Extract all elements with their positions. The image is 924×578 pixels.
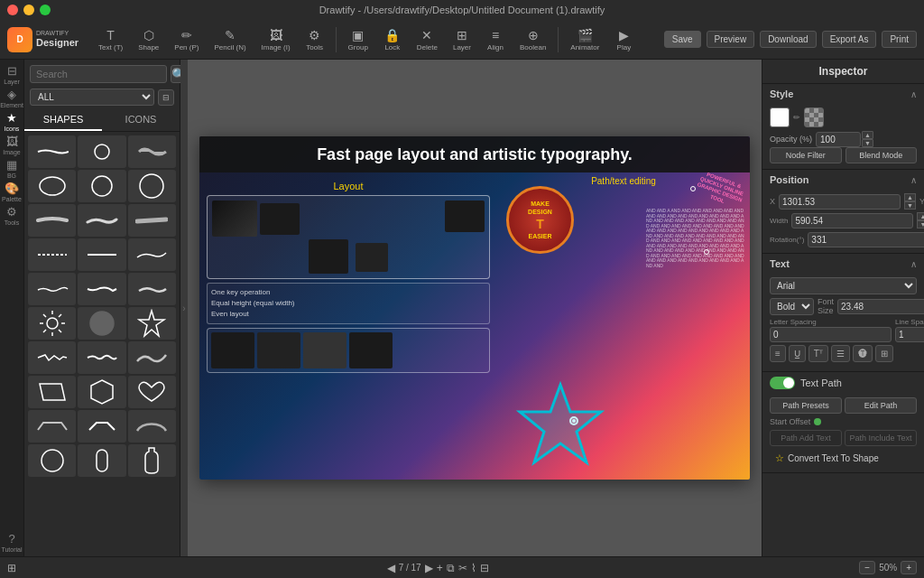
align-left-button[interactable]: ≡	[770, 345, 786, 362]
tool-shape[interactable]: ⬡ Shape	[131, 24, 166, 55]
shape-item[interactable]	[28, 341, 76, 374]
minimize-button[interactable]	[23, 5, 34, 15]
preview-button[interactable]: Preview	[707, 31, 755, 48]
shape-item[interactable]	[128, 341, 176, 374]
x-up[interactable]: ▲	[904, 193, 916, 201]
opacity-input[interactable]	[816, 132, 861, 147]
shape-item[interactable]	[78, 307, 125, 340]
style-section-header[interactable]: Style ∧	[762, 84, 924, 104]
add-page-button[interactable]: +	[437, 562, 443, 574]
tool-play[interactable]: ▶ Play	[607, 24, 640, 55]
shape-item[interactable]	[28, 444, 76, 477]
shape-item[interactable]	[78, 170, 125, 202]
align-list-button[interactable]: ☰	[831, 345, 850, 362]
shape-item[interactable]	[78, 135, 125, 168]
cut-page-button[interactable]: ✂	[458, 562, 467, 574]
shape-item[interactable]	[78, 204, 125, 237]
shape-item[interactable]	[28, 376, 76, 408]
tool-layer[interactable]: ⊞ Layer	[446, 24, 478, 55]
control-point[interactable]	[704, 249, 709, 255]
shape-item[interactable]	[128, 307, 176, 340]
panel-resize-handle[interactable]: ›	[180, 60, 188, 556]
edit-path-button[interactable]: Edit Path	[845, 397, 917, 414]
print-button[interactable]: Print	[882, 31, 917, 48]
zoom-out-button[interactable]: −	[859, 561, 875, 574]
bookmark-button[interactable]: ⌇	[471, 562, 476, 574]
shape-item[interactable]	[128, 410, 176, 443]
save-button[interactable]: Save	[664, 31, 701, 48]
shape-item[interactable]	[128, 444, 176, 477]
text-path-toggle[interactable]	[770, 377, 795, 389]
text-section-header[interactable]: Text ∧	[762, 254, 924, 274]
blend-mode-button[interactable]: Blend Mode	[845, 147, 918, 163]
tool-delete[interactable]: ✕ Delete	[410, 24, 445, 55]
sidebar-item-element[interactable]: ◈ Element	[1, 87, 23, 108]
w-up[interactable]: ▲	[917, 212, 924, 220]
shape-item[interactable]	[28, 204, 76, 237]
canvas[interactable]: Fast page layout and artistic typography…	[199, 136, 750, 480]
tool-boolean[interactable]: ⊕ Boolean	[513, 24, 553, 55]
search-input[interactable]	[30, 65, 167, 83]
sidebar-item-palette[interactable]: 🎨 Palette	[1, 181, 23, 202]
shape-item[interactable]	[128, 170, 176, 202]
text-style-button[interactable]: Tᵀ	[808, 345, 828, 362]
zoom-in-button[interactable]: +	[901, 561, 917, 574]
grid-view-button[interactable]: ⊞	[7, 562, 16, 574]
shape-item[interactable]	[128, 376, 176, 408]
letter-spacing-input[interactable]	[770, 327, 892, 342]
sidebar-item-tools[interactable]: ⚙ Tools	[1, 204, 23, 226]
tool-animator[interactable]: 🎬 Animator	[563, 24, 606, 55]
shape-item[interactable]	[78, 410, 125, 443]
shape-item[interactable]	[28, 273, 76, 305]
tool-image[interactable]: 🖼 Image (I)	[254, 24, 298, 55]
font-size-input[interactable]	[837, 299, 924, 314]
shape-item[interactable]	[28, 170, 76, 202]
font-style-select[interactable]: Bold	[770, 298, 814, 315]
text-table-button[interactable]: ⊞	[875, 345, 893, 362]
export-button[interactable]: Export As	[822, 31, 877, 48]
sidebar-item-tutorial[interactable]: ? Tutorial	[1, 531, 23, 553]
stroke-color-swatch[interactable]	[804, 107, 824, 127]
download-button[interactable]: Download	[760, 31, 816, 48]
opacity-up[interactable]: ▲	[862, 131, 873, 139]
tool-align[interactable]: ≡ Align	[479, 24, 512, 55]
shape-item[interactable]	[128, 273, 176, 305]
shape-item[interactable]	[128, 204, 176, 237]
shape-item[interactable]	[78, 376, 125, 408]
fill-color-swatch[interactable]	[770, 107, 790, 127]
underline-button[interactable]: U̲	[789, 345, 806, 362]
opacity-down[interactable]: ▼	[862, 139, 873, 147]
text-color-button[interactable]: 🅣	[853, 345, 873, 362]
tool-pen[interactable]: ✏ Pen (P)	[167, 24, 206, 55]
width-input[interactable]	[791, 213, 913, 228]
filter-button[interactable]: ⊟	[158, 89, 174, 106]
copy-page-button[interactable]: ⧉	[447, 562, 455, 574]
sidebar-item-layer[interactable]: ⊟ Layer	[1, 63, 23, 85]
line-spacing-input[interactable]	[895, 327, 924, 342]
node-filter-button[interactable]: Node Filter	[770, 147, 842, 163]
tab-shapes[interactable]: SHAPES	[24, 109, 102, 131]
path-presets-button[interactable]: Path Presets	[770, 397, 842, 414]
tool-tools[interactable]: ⚙ Tools	[299, 24, 331, 55]
tab-icons[interactable]: ICONS	[102, 109, 180, 131]
position-section-header[interactable]: Position ∧	[762, 170, 924, 190]
font-family-select[interactable]: Arial	[770, 277, 917, 294]
page-settings-button[interactable]: ⊟	[480, 562, 489, 574]
shape-item[interactable]	[28, 238, 76, 271]
x-down[interactable]: ▼	[904, 201, 916, 210]
shape-item[interactable]	[78, 238, 125, 271]
tool-text[interactable]: T Text (T)	[91, 24, 130, 55]
w-down[interactable]: ▼	[917, 220, 924, 228]
convert-text-to-shape-button[interactable]: ☆ Convert Text To Shape	[770, 450, 917, 467]
control-point[interactable]	[690, 186, 696, 191]
filter-dropdown[interactable]: ALL	[30, 89, 154, 106]
tool-lock[interactable]: 🔒 Lock	[376, 24, 409, 55]
shape-item[interactable]	[78, 444, 125, 477]
tool-pencil[interactable]: ✎ Pencil (N)	[207, 24, 253, 55]
shape-item[interactable]	[28, 135, 76, 168]
sidebar-item-icons[interactable]: ★ Icons	[1, 110, 23, 132]
shape-item[interactable]	[78, 341, 125, 374]
prev-page-button[interactable]: ◀	[387, 562, 395, 574]
shape-item[interactable]	[28, 410, 76, 443]
sidebar-item-background[interactable]: ▦ BG	[1, 157, 23, 179]
